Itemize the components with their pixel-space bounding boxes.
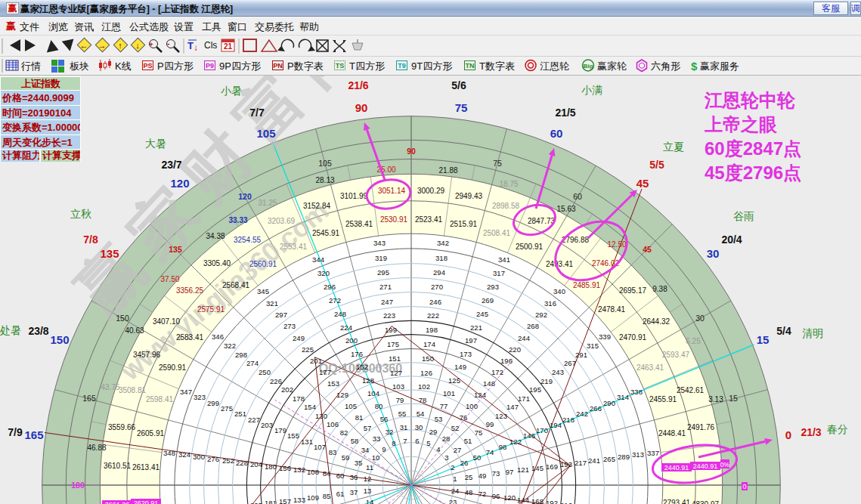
svg-text:49: 49 (479, 472, 487, 480)
svg-text:30: 30 (707, 247, 720, 260)
svg-text:193: 193 (560, 460, 572, 468)
svg-text:3101.99: 3101.99 (340, 192, 368, 200)
svg-text:3254.55: 3254.55 (234, 236, 262, 244)
svg-text:150: 150 (422, 354, 434, 363)
svg-text:28: 28 (442, 434, 451, 443)
svg-text:23/7: 23/7 (161, 159, 181, 171)
svg-text:165: 165 (24, 428, 43, 441)
svg-text:83: 83 (329, 448, 337, 456)
svg-text:2593.47: 2593.47 (662, 351, 690, 359)
svg-text:223: 223 (383, 311, 395, 320)
svg-text:120: 120 (503, 493, 516, 502)
svg-text:3305.40: 3305.40 (203, 259, 231, 267)
svg-text:2542.61: 2542.61 (677, 386, 705, 394)
svg-text:2530.91: 2530.91 (380, 215, 408, 224)
svg-text:↓: ↓ (194, 42, 198, 53)
svg-text:13: 13 (364, 487, 372, 495)
svg-text:3203.69: 3203.69 (268, 217, 296, 225)
svg-text:21/5: 21/5 (555, 107, 575, 119)
svg-text:谷雨: 谷雨 (733, 210, 754, 222)
svg-text:271: 271 (379, 283, 392, 291)
svg-text:40.63: 40.63 (125, 326, 144, 335)
svg-text:2538.41: 2538.41 (345, 220, 373, 228)
svg-text:146: 146 (523, 431, 535, 440)
svg-text:323: 323 (194, 393, 206, 401)
svg-text:84: 84 (323, 469, 331, 478)
svg-text:247: 247 (381, 298, 393, 306)
svg-text:2575.91: 2575.91 (197, 305, 225, 314)
svg-text:58: 58 (351, 437, 359, 445)
svg-text:2440.91: 2440.91 (693, 462, 718, 470)
svg-text:340: 340 (553, 287, 565, 295)
svg-text:61: 61 (336, 490, 345, 498)
svg-text:28.13: 28.13 (315, 176, 334, 184)
svg-text:30: 30 (695, 314, 705, 323)
svg-text:2598.41: 2598.41 (146, 395, 174, 404)
svg-text:5: 5 (426, 439, 430, 447)
svg-text:2523.41: 2523.41 (415, 215, 443, 224)
svg-text:72: 72 (479, 490, 487, 498)
svg-text:194: 194 (550, 421, 562, 429)
svg-text:3407.10: 3407.10 (153, 317, 181, 326)
svg-text:45: 45 (636, 177, 649, 190)
svg-text:250: 250 (259, 368, 271, 376)
svg-text:109: 109 (307, 493, 319, 502)
svg-text:300: 300 (193, 453, 205, 461)
svg-text:31: 31 (400, 423, 408, 431)
svg-text:125: 125 (448, 376, 460, 385)
svg-text:241: 241 (588, 456, 600, 465)
svg-text:145: 145 (531, 464, 544, 472)
svg-text:274: 274 (246, 359, 259, 367)
svg-text:270: 270 (431, 283, 443, 291)
svg-text:243: 243 (552, 368, 564, 376)
svg-text:2613.41: 2613.41 (132, 463, 160, 472)
svg-text:45: 45 (643, 245, 652, 254)
svg-text:2545.91: 2545.91 (312, 229, 340, 237)
svg-text:192: 192 (546, 499, 558, 504)
svg-text:290: 290 (603, 399, 615, 407)
svg-text:291: 291 (575, 351, 587, 359)
svg-text:7/7: 7/7 (249, 107, 265, 119)
svg-text:T: T (187, 40, 194, 51)
svg-text:266: 266 (590, 404, 602, 413)
svg-text:60: 60 (573, 192, 582, 201)
svg-text:3610.51: 3610.51 (104, 462, 132, 470)
svg-text:7: 7 (403, 437, 407, 445)
svg-text:2644.32: 2644.32 (643, 317, 671, 326)
svg-text:2: 2 (451, 463, 454, 472)
svg-text:21/6: 21/6 (348, 79, 368, 91)
svg-text:152: 152 (356, 363, 368, 371)
svg-text:313: 313 (632, 450, 644, 459)
svg-text:2620.91: 2620.91 (134, 499, 159, 504)
svg-text:319: 319 (375, 254, 387, 262)
svg-text:276: 276 (207, 455, 219, 463)
svg-text:105: 105 (345, 402, 357, 410)
svg-text:15.63: 15.63 (556, 205, 575, 213)
svg-text:2478.41: 2478.41 (598, 305, 626, 314)
svg-text:2455.91: 2455.91 (649, 395, 677, 404)
svg-text:126: 126 (420, 369, 432, 377)
svg-text:177: 177 (319, 368, 331, 376)
svg-text:32: 32 (386, 428, 394, 436)
svg-text:314: 314 (617, 393, 629, 401)
svg-text:318: 318 (435, 254, 448, 262)
svg-text:51: 51 (464, 437, 472, 445)
svg-text:148: 148 (483, 379, 495, 388)
svg-text:219: 219 (540, 377, 553, 385)
svg-text:Big: Big (584, 63, 593, 70)
svg-text:73: 73 (492, 469, 500, 478)
svg-text:227: 227 (248, 416, 260, 424)
svg-text:12.50: 12.50 (607, 240, 626, 249)
svg-text:37.50: 37.50 (160, 275, 179, 283)
svg-text:90: 90 (355, 101, 368, 114)
svg-text:135: 135 (100, 247, 119, 260)
svg-text:225: 225 (302, 345, 314, 354)
svg-text:228: 228 (236, 459, 248, 467)
svg-text:104: 104 (367, 389, 379, 397)
svg-text:11: 11 (366, 463, 373, 472)
svg-text:106: 106 (327, 420, 339, 428)
svg-text:272: 272 (329, 296, 341, 305)
svg-text:$: $ (691, 60, 698, 73)
svg-text:150: 150 (116, 314, 129, 323)
svg-text:30: 30 (415, 423, 423, 431)
